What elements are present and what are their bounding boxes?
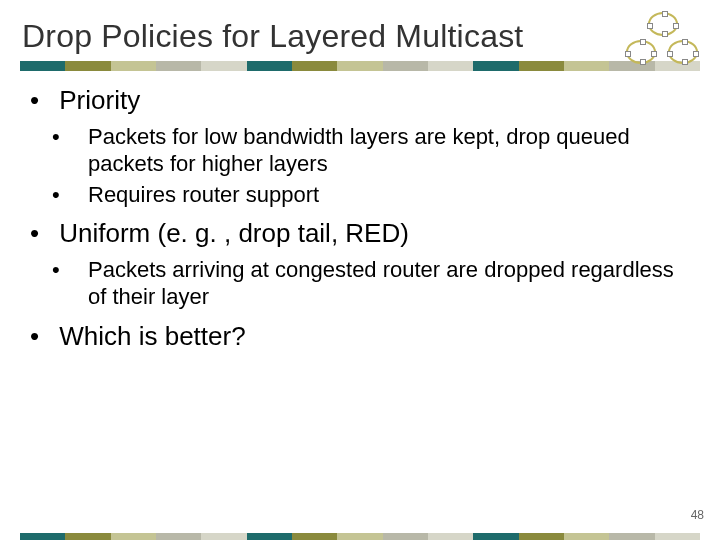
bullet-text: Uniform (e. g. , drop tail, RED) [59,218,409,248]
bullet-priority: Priority Packets for low bandwidth layer… [34,85,690,208]
network-logo-icon [624,12,702,70]
bullet-which-better: Which is better? [34,321,690,352]
bullet-text: Priority [59,85,140,115]
page-number: 48 [691,508,704,522]
sub-bullet: Packets for low bandwidth layers are kep… [70,124,690,178]
footer-color-bar [20,533,700,540]
sub-bullet: Packets arriving at congested router are… [70,257,690,311]
slide-title: Drop Policies for Layered Multicast [0,0,720,59]
bullet-text: Which is better? [59,321,245,351]
bullet-uniform: Uniform (e. g. , drop tail, RED) Packets… [34,218,690,311]
slide-body: Priority Packets for low bandwidth layer… [0,71,720,352]
sub-bullet: Requires router support [70,182,690,209]
title-underline-bar [20,61,700,71]
